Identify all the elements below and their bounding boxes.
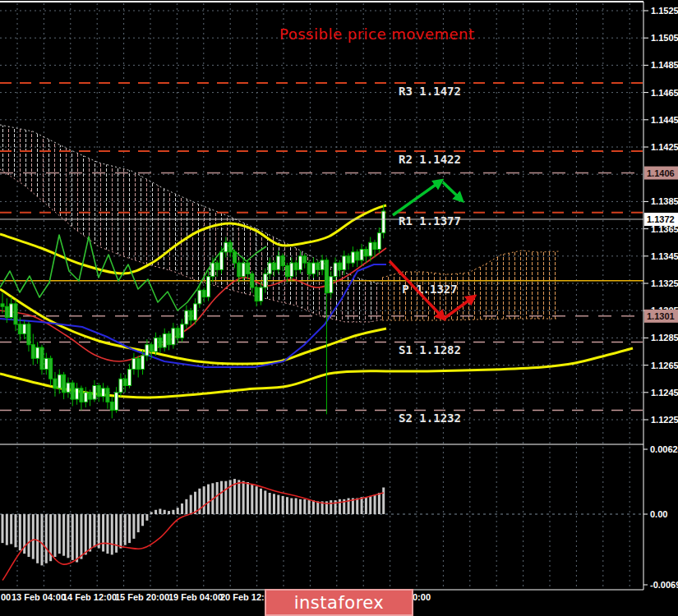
candle-body <box>255 287 258 301</box>
candlestick <box>128 364 131 388</box>
pivot-level-label: S1 1.1282 <box>399 343 461 356</box>
macd-histogram-bar <box>102 514 104 552</box>
candle-body <box>281 256 284 266</box>
candle-body <box>136 358 140 369</box>
macd-histogram-bar <box>40 514 43 565</box>
macd-histogram-bar <box>374 495 376 514</box>
candle-body <box>102 388 105 397</box>
candle-body <box>31 345 35 359</box>
candlestick <box>53 372 57 397</box>
macd-histogram-bar <box>203 486 205 514</box>
price-chart-canvas[interactable]: R3 1.1472R2 1.1422R1 1.1377P 1.1327S1 1.… <box>0 0 678 616</box>
pivot-level-label: R2 1.1422 <box>399 153 461 166</box>
candle-body <box>285 265 288 276</box>
candle-body <box>163 333 166 347</box>
candle-body <box>168 333 171 344</box>
candle-body <box>298 256 302 270</box>
candle-body <box>132 358 136 369</box>
macd-histogram-bar <box>224 481 227 514</box>
candle-body <box>84 393 87 402</box>
price-tick-label: 1.1265 <box>651 361 678 370</box>
macd-histogram-bar <box>141 514 144 526</box>
candle-body <box>242 263 245 277</box>
macd-histogram-bar <box>14 514 16 547</box>
candlestick <box>132 353 136 375</box>
macd-histogram-bar <box>229 480 232 514</box>
pivot-level-label: S2 1.1232 <box>399 411 461 425</box>
candlestick <box>36 342 39 364</box>
price-tick-label: 1.1285 <box>651 333 678 342</box>
candle-body <box>356 252 359 260</box>
candlestick <box>93 380 96 402</box>
macd-histogram-bar <box>115 514 118 553</box>
candle-body <box>97 386 100 397</box>
macd-histogram-bar <box>273 494 275 514</box>
candlestick <box>27 321 30 352</box>
candlestick <box>123 375 127 393</box>
trading-chart-window: R3 1.1472R2 1.1422R1 1.1377P 1.1327S1 1.… <box>0 0 678 616</box>
candle-body <box>311 263 315 274</box>
price-tick-label: 1.1225 <box>651 415 678 425</box>
candle-body <box>373 242 376 249</box>
macd-histogram-bar <box>119 514 122 549</box>
macd-histogram-bar <box>124 514 127 545</box>
candle-body <box>76 388 79 399</box>
candle-body <box>211 263 214 277</box>
candle-body <box>316 263 320 269</box>
candle-body <box>382 211 385 233</box>
candle-body <box>159 338 162 347</box>
candle-body <box>251 274 254 287</box>
macd-histogram-bar <box>137 514 140 532</box>
candlestick <box>189 308 192 326</box>
candle-body <box>89 393 92 399</box>
indicator-tick-label: -0.0069 <box>650 580 678 590</box>
candlestick <box>23 320 26 339</box>
time-axis-label: 15 Feb 20:00 <box>115 592 169 602</box>
time-axis-label: 19 Feb 04:00 <box>168 592 223 602</box>
candlestick <box>110 397 113 419</box>
candlestick <box>84 387 87 407</box>
candle-body <box>360 250 363 260</box>
candle-body <box>321 260 324 270</box>
candlestick <box>202 287 205 302</box>
price-tick-label: 1.1465 <box>651 88 678 98</box>
price-tick-label: 1.1425 <box>651 142 678 152</box>
macd-histogram-bar <box>303 499 306 514</box>
candlestick <box>347 253 350 269</box>
candlestick <box>106 386 109 409</box>
candle-body <box>172 329 175 345</box>
candle-body <box>377 233 381 250</box>
candle-body <box>264 274 267 287</box>
candle-body <box>198 290 201 304</box>
macd-histogram-bar <box>365 497 367 514</box>
candle-body <box>53 379 57 388</box>
candle-body <box>93 386 96 400</box>
indicator-tick-label: 0.00624 <box>650 444 678 454</box>
macd-histogram-bar <box>172 510 174 514</box>
candle-body <box>123 379 127 385</box>
macd-histogram-bar <box>168 511 170 514</box>
macd-histogram-bar <box>382 488 385 515</box>
macd-histogram-bar <box>251 485 253 514</box>
candlestick <box>31 333 35 365</box>
candlestick <box>58 370 61 394</box>
macd-histogram-bar <box>150 512 153 514</box>
macd-histogram-bar <box>316 501 319 514</box>
candle-body <box>128 370 131 386</box>
macd-histogram-bar <box>85 514 87 554</box>
chart-annotation-title: Possible price movement <box>279 25 475 43</box>
candle-body <box>80 388 83 402</box>
macd-histogram-bar <box>19 514 21 550</box>
macd-histogram-bar <box>93 514 95 547</box>
candle-body <box>58 375 61 388</box>
candlestick <box>382 205 385 239</box>
macd-histogram-bar <box>159 509 161 515</box>
macd-histogram-bar <box>106 514 108 554</box>
candle-body <box>1 304 4 306</box>
candlestick <box>194 298 197 324</box>
candle-body <box>119 379 122 393</box>
macd-histogram-bar <box>312 500 315 514</box>
candle-body <box>325 260 328 293</box>
macd-histogram-bar <box>45 514 48 563</box>
candlestick <box>89 389 92 406</box>
